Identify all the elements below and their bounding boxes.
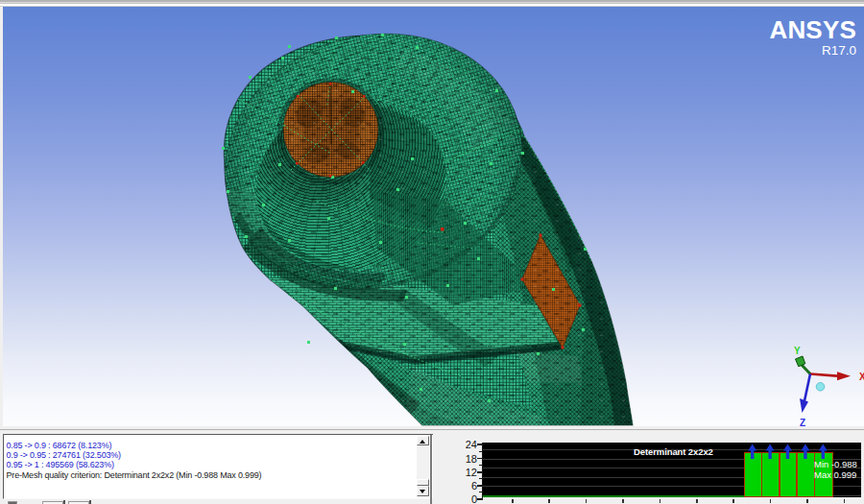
svg-text:X: X [859, 372, 864, 382]
svg-text:Z: Z [800, 418, 805, 426]
svg-text:Y: Y [794, 346, 801, 356]
